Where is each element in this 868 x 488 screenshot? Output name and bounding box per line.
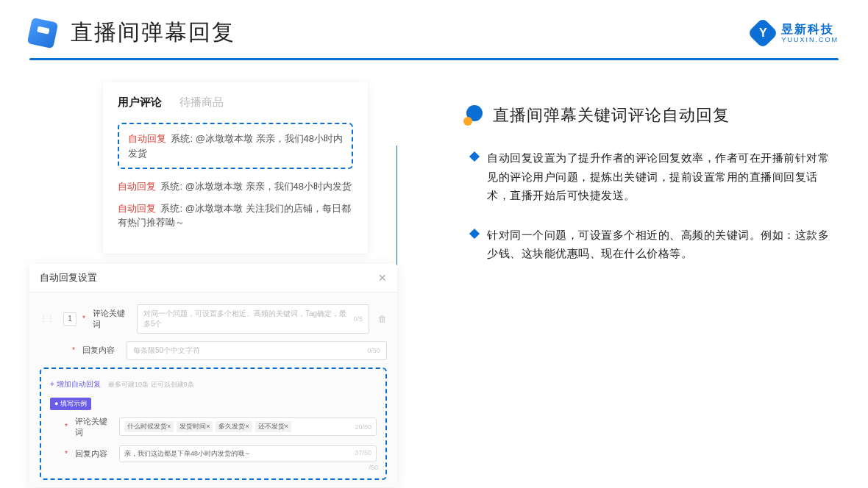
comments-panel: 用户评论 待播商品 自动回复 系统: @冰墩墩本墩 亲亲，我们48小时内发货 自… — [103, 82, 368, 254]
dialog-title: 自动回复设置 — [40, 271, 97, 284]
bottom-counter: /50 — [369, 464, 378, 471]
close-icon[interactable]: ✕ — [378, 272, 387, 284]
brand-sub: YUUXIN.COM — [781, 37, 839, 43]
comment-line: 自动回复 系统: @冰墩墩本墩 关注我们的店铺，每日都有热门推荐呦～ — [118, 201, 353, 230]
tab-products[interactable]: 待播商品 — [179, 96, 224, 110]
tab-user-comments[interactable]: 用户评论 — [118, 96, 162, 110]
brand: Y 昱新科技 YUUXIN.COM — [752, 22, 839, 44]
trash-icon[interactable]: 🗑 — [378, 314, 387, 324]
cube-icon — [27, 17, 59, 49]
diamond-bullet-icon — [469, 151, 480, 162]
required-star: * — [82, 315, 85, 323]
chat-bubble-icon — [463, 105, 484, 126]
drag-handle-icon[interactable]: ⋮⋮ — [40, 315, 54, 323]
example-keyword-tags[interactable]: 什么时候发货× 发货时间× 多久发货× 还不发货× 20/50 — [119, 417, 377, 436]
bullet-item: 自动回复设置为了提升作者的评论回复效率，作者可在开播前针对常见的评论用户问题，提… — [471, 148, 839, 205]
example-badge: ● 填写示例 — [50, 398, 91, 410]
page-title: 直播间弹幕回复 — [71, 18, 235, 48]
comment-line: 自动回复 系统: @冰墩墩本墩 亲亲，我们48小时内发货 — [118, 179, 353, 194]
add-auto-reply-link[interactable]: + 增加自动回复 — [50, 379, 101, 390]
example-box: + 增加自动回复 最多可建10条 还可以创建9条 ● 填写示例 * 评论关键词 … — [40, 367, 387, 480]
highlighted-comment: 自动回复 系统: @冰墩墩本墩 亲亲，我们48小时内发货 — [118, 123, 353, 169]
auto-reply-tag: 自动回复 — [128, 133, 166, 144]
example-reply-label: 回复内容 — [75, 448, 113, 459]
required-star: * — [72, 346, 75, 354]
add-hint: 最多可建10条 还可以创建9条 — [108, 381, 194, 388]
brand-icon: Y — [747, 18, 778, 49]
reply-input[interactable]: 每条限50个中文字符 0/50 — [127, 341, 387, 360]
keyword-label: 评论关键词 — [93, 308, 131, 330]
example-reply-text[interactable]: 亲，我们这边都是下单48小时内发货的哦～ 37/50 — [119, 445, 377, 462]
reply-label: 回复内容 — [82, 345, 121, 356]
settings-dialog: 自动回复设置 ✕ ⋮⋮ 1 * 评论关键词 对同一个问题，可设置多个相近、高频的… — [29, 264, 397, 487]
keyword-input[interactable]: 对同一个问题，可设置多个相近、高频的关键词，Tag确定，最多5个 0/5 — [137, 304, 369, 334]
bullet-item: 针对同一个问题，可设置多个相近的、高频的关键词。例如：这款多少钱、这块能优惠吗、… — [471, 226, 839, 263]
example-keyword-label: 评论关键词 — [75, 416, 113, 438]
section-title: 直播间弹幕关键词评论自动回复 — [493, 104, 730, 126]
diamond-bullet-icon — [469, 228, 480, 238]
brand-name: 昱新科技 — [781, 24, 839, 35]
row-number: 1 — [63, 312, 77, 326]
